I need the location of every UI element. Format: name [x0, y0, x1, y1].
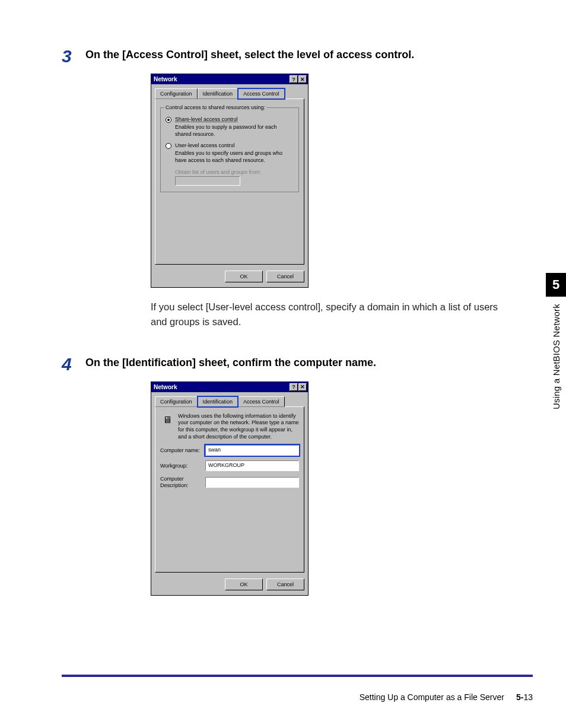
dialog-title: Network [154, 76, 177, 82]
ok-button[interactable]: OK [225, 271, 263, 282]
input-computer-description[interactable] [205, 477, 299, 488]
input-computer-name[interactable]: swan [205, 445, 299, 456]
tab-configuration[interactable]: Configuration [155, 88, 198, 99]
input-workgroup[interactable]: WORKGROUP [205, 460, 299, 471]
radio-user-level-desc: Enables you to specify users and groups … [175, 150, 294, 164]
step-4: 4 On the [Identification] sheet, confirm… [62, 355, 504, 373]
radio-user-level-row[interactable]: User-level access control [166, 142, 294, 149]
tab-panel: Control access to shared resources using… [155, 98, 304, 265]
page: 3 On the [Access Control] sheet, select … [0, 0, 566, 728]
row-computer-description: Computer Description: [160, 476, 299, 489]
footer-page-number: 13 [523, 692, 533, 702]
dialog-title: Network [154, 384, 177, 390]
footer-section: Setting Up a Computer as a File Server [360, 692, 504, 702]
groupbox-control-access: Control access to shared resources using… [160, 107, 299, 192]
ident-description: Windows uses the following information t… [178, 413, 299, 441]
network-dialog-identification: Network ? ✕ Configuration Identification… [151, 382, 309, 596]
ok-button[interactable]: OK [225, 578, 263, 590]
step-3: 3 On the [Access Control] sheet, select … [62, 47, 504, 65]
groupbox-label: Control access to shared resources using… [164, 104, 266, 110]
titlebar: Network ? ✕ [151, 382, 308, 392]
step-instruction: On the [Access Control] sheet, select th… [85, 47, 504, 62]
tabs: Configuration Identification Access Cont… [155, 88, 304, 98]
network-dialog-access-control: Network ? ✕ Configuration Identification… [151, 74, 309, 288]
tab-panel: 🖥 Windows uses the following information… [155, 406, 304, 573]
dialog-footer: OK Cancel [151, 268, 308, 287]
tab-identification[interactable]: Identification [198, 88, 239, 99]
titlebar-buttons: ? ✕ [290, 75, 307, 83]
tab-access-control[interactable]: Access Control [238, 88, 285, 99]
footer-page-chapter: 5- [516, 692, 523, 702]
step-number: 4 [62, 355, 85, 373]
obtain-list-label: Obtain list of users and groups from: [175, 169, 294, 175]
chapter-number: 5 [546, 273, 566, 297]
computer-icon: 🖥 [160, 413, 174, 427]
tab-identification[interactable]: Identification [198, 396, 239, 407]
dialog-identification-wrap: Network ? ✕ Configuration Identification… [151, 382, 504, 596]
radio-share-level-desc: Enables you to supply a password for eac… [175, 124, 294, 138]
dialog-body: Configuration Identification Access Cont… [151, 392, 308, 576]
titlebar-buttons: ? ✕ [290, 383, 307, 391]
radio-share-level-row[interactable]: Share-level access control [166, 116, 294, 123]
row-workgroup: Workgroup: WORKGROUP [160, 460, 299, 471]
radio-share-level-label: Share-level access control [175, 116, 238, 122]
radio-user-level[interactable] [166, 143, 171, 149]
dialog-body: Configuration Identification Access Cont… [151, 84, 308, 268]
tab-configuration[interactable]: Configuration [155, 396, 198, 407]
label-computer-description: Computer Description: [160, 476, 205, 489]
cancel-button[interactable]: Cancel [266, 271, 304, 282]
label-workgroup: Workgroup: [160, 463, 205, 469]
chapter-label: Using a NetBIOS Network [551, 304, 561, 409]
dialog-access-control-wrap: Network ? ✕ Configuration Identification… [151, 74, 504, 288]
close-icon[interactable]: ✕ [298, 383, 307, 391]
note-after-step-3: If you select [User-level access control… [151, 300, 504, 329]
help-icon[interactable]: ? [290, 383, 298, 391]
radio-user-level-label: User-level access control [175, 142, 235, 148]
ident-description-row: 🖥 Windows uses the following information… [160, 413, 299, 441]
obtain-list-input [175, 176, 240, 186]
radio-share-level[interactable] [166, 117, 171, 123]
side-tab: 5 Using a NetBIOS Network [546, 273, 566, 409]
step-instruction: On the [Identification] sheet, confirm t… [85, 355, 504, 370]
cancel-button[interactable]: Cancel [266, 578, 304, 590]
close-icon[interactable]: ✕ [298, 75, 307, 83]
titlebar: Network ? ✕ [151, 74, 308, 84]
tabs: Configuration Identification Access Cont… [155, 396, 304, 406]
tab-access-control[interactable]: Access Control [238, 396, 285, 407]
dialog-footer: OK Cancel [151, 576, 308, 595]
page-footer: Setting Up a Computer as a File Server 5… [62, 675, 533, 702]
row-computer-name: Computer name: swan [160, 445, 299, 456]
step-number: 3 [62, 47, 85, 65]
help-icon[interactable]: ? [290, 75, 298, 83]
footer-page: 5-13 [516, 692, 533, 702]
label-computer-name: Computer name: [160, 447, 205, 453]
